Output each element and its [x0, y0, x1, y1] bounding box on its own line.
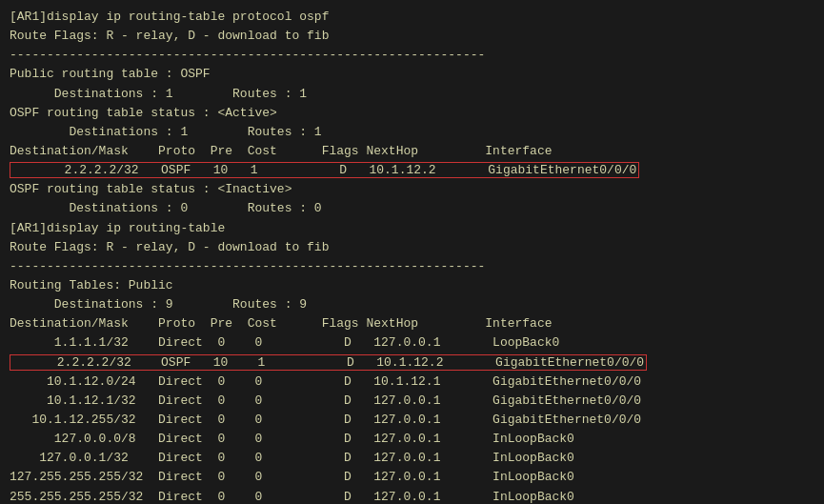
highlighted-route-1: 2.2.2.2/32 OSPF 10 1 D 10.1.12.2 Gigabit…: [10, 162, 639, 178]
terminal-line-l13: OSPF routing table status : <Inactive>: [10, 180, 814, 199]
terminal-line-l7: OSPF routing table status : <Active>: [10, 104, 814, 123]
terminal-line-l24: 2.2.2.2/32 OSPF 10 1 D 10.1.12.2 Gigabit…: [10, 353, 814, 373]
terminal-line-l28: 127.0.0.0/8 Direct 0 0 D 127.0.0.1 InLoo…: [10, 430, 814, 449]
terminal-line-l18: ----------------------------------------…: [10, 257, 814, 276]
terminal-line-l26: 10.1.12.1/32 Direct 0 0 D 127.0.0.1 Giga…: [10, 392, 814, 411]
terminal-content: [AR1]display ip routing-table protocol o…: [10, 8, 814, 504]
terminal-line-l19: Routing Tables: Public: [10, 276, 814, 295]
terminal-line-l29: 127.0.0.1/32 Direct 0 0 D 127.0.0.1 InLo…: [10, 449, 814, 468]
terminal-line-l3: ----------------------------------------…: [10, 46, 814, 65]
terminal-line-l4: Public routing table : OSPF: [10, 65, 814, 84]
terminal-line-l14: Destinations : 0 Routes : 0: [10, 199, 814, 218]
terminal-line-l27: 10.1.12.255/32 Direct 0 0 D 127.0.0.1 Gi…: [10, 411, 814, 430]
terminal-line-l22: Destination/Mask Proto Pre Cost Flags Ne…: [10, 314, 814, 333]
terminal-line-l11: 2.2.2.2/32 OSPF 10 1 D 10.1.12.2 Gigabit…: [10, 161, 814, 180]
terminal-line-l31: 255.255.255.255/32 Direct 0 0 D 127.0.0.…: [10, 488, 814, 504]
terminal-line-l17: Route Flags: R - relay, D - download to …: [10, 238, 814, 257]
terminal-line-l20: Destinations : 9 Routes : 9: [10, 295, 814, 314]
terminal-line-l10: Destination/Mask Proto Pre Cost Flags Ne…: [10, 142, 814, 161]
terminal-line-l8: Destinations : 1 Routes : 1: [10, 123, 814, 142]
terminal-line-l30: 127.255.255.255/32 Direct 0 0 D 127.0.0.…: [10, 468, 814, 487]
terminal-line-l25: 10.1.12.0/24 Direct 0 0 D 10.1.12.1 Giga…: [10, 373, 814, 392]
terminal-line-l23: 1.1.1.1/32 Direct 0 0 D 127.0.0.1 LoopBa…: [10, 333, 814, 353]
terminal-line-l2: Route Flags: R - relay, D - download to …: [10, 27, 814, 46]
terminal-window: [AR1]display ip routing-table protocol o…: [0, 0, 824, 504]
terminal-line-l16: [AR1]display ip routing-table: [10, 219, 814, 238]
highlighted-route-2: 2.2.2.2/32 OSPF 10 1 D 10.1.12.2 Gigabit…: [10, 354, 647, 371]
terminal-line-l5: Destinations : 1 Routes : 1: [10, 85, 814, 104]
terminal-line-l1: [AR1]display ip routing-table protocol o…: [10, 8, 814, 27]
